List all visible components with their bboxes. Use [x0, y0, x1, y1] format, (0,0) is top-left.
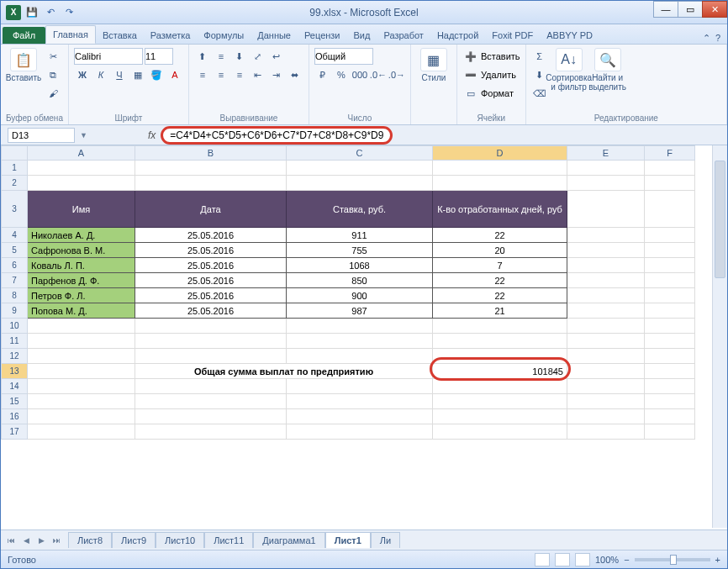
maximize-button[interactable]: ▭: [678, 1, 703, 18]
cell-B14[interactable]: [135, 379, 287, 394]
sheet-tab-Диаграмма1[interactable]: Диаграмма1: [253, 532, 324, 548]
cell-F13[interactable]: [645, 364, 695, 379]
sheet-nav-first-icon[interactable]: ⏮: [4, 534, 18, 547]
col-header-D[interactable]: D: [433, 145, 567, 161]
row-header-5[interactable]: 5: [1, 243, 28, 258]
worksheet-grid[interactable]: A B C D E F 123ИмяДатаСтавка, руб.К-во о…: [1, 145, 727, 528]
cell-F12[interactable]: [645, 349, 695, 364]
cell-D12[interactable]: [433, 349, 567, 364]
tab-data[interactable]: Данные: [251, 27, 298, 44]
tab-layout[interactable]: Разметка: [144, 27, 198, 44]
cell-date-4[interactable]: 25.05.2016: [135, 228, 287, 243]
indent-inc-icon[interactable]: ⇥: [268, 66, 285, 83]
autosum-icon[interactable]: Σ: [531, 48, 548, 65]
header-date[interactable]: Дата: [135, 191, 287, 228]
cell-E11[interactable]: [567, 334, 645, 349]
tab-abbyy[interactable]: ABBYY PD: [540, 27, 599, 44]
cell-F7[interactable]: [645, 273, 695, 288]
number-format-select[interactable]: [314, 48, 373, 65]
cell-A10[interactable]: [28, 319, 135, 334]
find-select-button[interactable]: 🔍 Найти и выделить: [590, 48, 625, 92]
tab-addins[interactable]: Надстрой: [430, 27, 485, 44]
format-painter-icon[interactable]: 🖌: [45, 85, 61, 102]
cell-C17[interactable]: [287, 424, 433, 440]
row-header-1[interactable]: 1: [1, 161, 28, 176]
border-button[interactable]: ▦: [129, 66, 146, 83]
row-header-15[interactable]: 15: [1, 394, 28, 409]
cell-days-7[interactable]: 22: [433, 273, 567, 288]
row-header-14[interactable]: 14: [1, 379, 28, 394]
cell-A1[interactable]: [28, 161, 135, 176]
cell-C15[interactable]: [287, 394, 433, 409]
cell-date-7[interactable]: 25.05.2016: [135, 273, 287, 288]
save-icon[interactable]: 💾: [24, 5, 40, 20]
font-size-select[interactable]: [145, 48, 173, 65]
cell-date-5[interactable]: 25.05.2016: [135, 243, 287, 258]
cell-rate-4[interactable]: 911: [287, 228, 433, 243]
cell-F14[interactable]: [645, 379, 695, 394]
col-header-C[interactable]: C: [287, 145, 433, 161]
cell-B2[interactable]: [135, 176, 287, 191]
cell-F11[interactable]: [645, 334, 695, 349]
fill-color-button[interactable]: 🪣: [148, 66, 165, 83]
align-center-icon[interactable]: ≡: [213, 66, 229, 83]
sheet-tab-Лист9[interactable]: Лист9: [112, 532, 156, 548]
row-header-10[interactable]: 10: [1, 319, 28, 334]
cell-B1[interactable]: [135, 161, 287, 176]
dec-decimal-icon[interactable]: .0→: [388, 66, 405, 83]
cell-E8[interactable]: [567, 288, 645, 303]
cell-E6[interactable]: [567, 258, 645, 273]
align-bottom-icon[interactable]: ⬇: [231, 48, 248, 65]
sort-filter-button[interactable]: A↓ Сортировка и фильтр: [551, 48, 587, 92]
file-tab[interactable]: Файл: [3, 27, 45, 44]
align-right-icon[interactable]: ≡: [231, 66, 248, 83]
col-header-B[interactable]: B: [135, 145, 287, 161]
tab-view[interactable]: Вид: [347, 27, 377, 44]
row-header-9[interactable]: 9: [1, 303, 28, 319]
format-cells-button[interactable]: ▭Формат: [462, 85, 520, 102]
header-rate[interactable]: Ставка, руб.: [287, 191, 433, 228]
tab-developer[interactable]: Разработ: [377, 27, 430, 44]
cell-F8[interactable]: [645, 288, 695, 303]
row-header-11[interactable]: 11: [1, 334, 28, 349]
cell-E17[interactable]: [567, 424, 645, 440]
cell-F3[interactable]: [645, 191, 695, 228]
zoom-slider[interactable]: [635, 558, 710, 561]
undo-icon[interactable]: ↶: [43, 5, 58, 20]
font-name-select[interactable]: [74, 48, 143, 65]
cell-D1[interactable]: [433, 161, 567, 176]
cell-A13[interactable]: [28, 364, 135, 379]
align-left-icon[interactable]: ≡: [194, 66, 211, 83]
tab-review[interactable]: Рецензи: [298, 27, 347, 44]
cell-A17[interactable]: [28, 424, 135, 440]
cell-B10[interactable]: [135, 319, 287, 334]
cell-name-7[interactable]: Парфенов Д. Ф.: [28, 273, 135, 288]
cell-D16[interactable]: [433, 409, 567, 424]
minimize-button[interactable]: —: [653, 1, 678, 18]
cell-F9[interactable]: [645, 303, 695, 319]
cell-C12[interactable]: [287, 349, 433, 364]
cell-A2[interactable]: [28, 176, 135, 191]
fx-icon[interactable]: fx: [148, 129, 156, 141]
row-header-7[interactable]: 7: [1, 273, 28, 288]
cell-date-8[interactable]: 25.05.2016: [135, 288, 287, 303]
copy-icon[interactable]: ⧉: [45, 66, 61, 83]
view-normal-icon[interactable]: [535, 553, 550, 566]
header-days[interactable]: К-во отработанных дней, руб: [433, 191, 567, 228]
cell-E1[interactable]: [567, 161, 645, 176]
cell-F15[interactable]: [645, 394, 695, 409]
cell-B15[interactable]: [135, 394, 287, 409]
tab-foxit[interactable]: Foxit PDF: [485, 27, 540, 44]
cell-F10[interactable]: [645, 319, 695, 334]
orientation-icon[interactable]: ⤢: [250, 48, 266, 65]
cell-D10[interactable]: [433, 319, 567, 334]
cell-C11[interactable]: [287, 334, 433, 349]
cell-C10[interactable]: [287, 319, 433, 334]
header-name[interactable]: Имя: [28, 191, 135, 228]
tab-formulas[interactable]: Формулы: [197, 27, 251, 44]
tab-home[interactable]: Главная: [45, 25, 96, 44]
cell-D2[interactable]: [433, 176, 567, 191]
vertical-scrollbar[interactable]: [712, 145, 727, 528]
row-header-2[interactable]: 2: [1, 176, 28, 191]
total-label[interactable]: Общая сумма выплат по предприятию: [135, 364, 433, 379]
